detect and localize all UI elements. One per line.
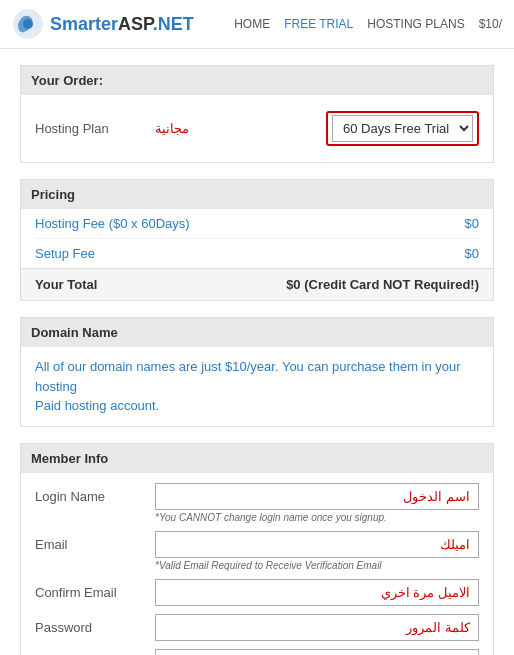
pricing-hosting-row: Hosting Fee ($0 x 60Days) $0 [35,209,479,239]
main-content: Your Order: Hosting Plan مجانية 60 Days … [0,49,514,655]
logo: SmarterASP.NET [12,8,194,40]
domain-body: All of our domain names are just $10/yea… [21,347,493,426]
login-name-input[interactable] [155,483,479,510]
confirm-password-row: Confirm Password [35,649,479,656]
confirm-email-field-area [155,579,479,606]
email-label: Email [35,531,155,552]
pricing-body: Hosting Fee ($0 x 60Days) $0 Setup Fee $… [21,209,493,268]
login-name-field-area: *You CANNOT change login name once you s… [155,483,479,523]
confirm-email-row: Confirm Email [35,579,479,606]
total-row: Your Total $0 (Credit Card NOT Required!… [21,268,493,300]
member-section-header: Member Info [21,444,493,473]
hosting-plan-select[interactable]: 60 Days Free Trial 30 Days Free Trial 90… [332,115,473,142]
email-row: Email *Valid Email Required to Receive V… [35,531,479,571]
hosting-plan-label: Hosting Plan [35,121,155,136]
hosting-fee-label: Hosting Fee ($0 x 60Days) [35,216,465,231]
login-name-label: Login Name [35,483,155,504]
password-input[interactable] [155,614,479,641]
member-section: Member Info Login Name *You CANNOT chang… [20,443,494,656]
logo-icon [12,8,44,40]
email-hint: *Valid Email Required to Receive Verific… [155,560,479,571]
hosting-arabic-text: مجانية [155,121,189,136]
password-row: Password [35,614,479,641]
nav-home[interactable]: HOME [234,17,270,31]
total-label: Your Total [35,277,286,292]
login-name-hint: *You CANNOT change login name once you s… [155,512,479,523]
domain-section-header: Domain Name [21,318,493,347]
header: SmarterASP.NET HOME FREE TRIAL HOSTING P… [0,0,514,49]
total-value: $0 (Credit Card NOT Required!) [286,277,479,292]
main-nav: HOME FREE TRIAL HOSTING PLANS $10/ [234,17,502,31]
logo-smarter-text: Smarter [50,14,118,34]
domain-link[interactable]: Paid hosting account. [35,398,159,413]
confirm-password-field-area [155,649,479,656]
hosting-select-wrapper: 60 Days Free Trial 30 Days Free Trial 90… [326,111,479,146]
setup-fee-label: Setup Fee [35,246,465,261]
order-section-header: Your Order: [21,66,493,95]
confirm-password-label: Confirm Password [35,649,155,656]
login-name-row: Login Name *You CANNOT change login name… [35,483,479,523]
pricing-section-header: Pricing [21,180,493,209]
logo-net-text: .NET [153,14,194,34]
hosting-fee-value: $0 [465,216,479,231]
email-input[interactable] [155,531,479,558]
email-field-area: *Valid Email Required to Receive Verific… [155,531,479,571]
password-label: Password [35,614,155,635]
setup-fee-value: $0 [465,246,479,261]
pricing-section: Pricing Hosting Fee ($0 x 60Days) $0 Set… [20,179,494,301]
logo-asp-text: ASP [118,14,153,34]
nav-hosting-plans[interactable]: HOSTING PLANS [367,17,464,31]
domain-text-colored: All of our domain names are just $10/yea… [35,359,461,394]
nav-pricing[interactable]: $10/ [479,17,502,31]
confirm-email-label: Confirm Email [35,579,155,600]
order-hosting-row: Hosting Plan مجانية 60 Days Free Trial 3… [35,105,479,152]
pricing-setup-row: Setup Fee $0 [35,239,479,268]
password-field-area [155,614,479,641]
order-body: Hosting Plan مجانية 60 Days Free Trial 3… [21,95,493,162]
svg-point-1 [23,19,33,29]
order-section: Your Order: Hosting Plan مجانية 60 Days … [20,65,494,163]
domain-section: Domain Name All of our domain names are … [20,317,494,427]
confirm-email-input[interactable] [155,579,479,606]
domain-text: All of our domain names are just $10/yea… [35,357,479,416]
nav-free-trial[interactable]: FREE TRIAL [284,17,353,31]
confirm-password-input[interactable] [155,649,479,656]
member-body: Login Name *You CANNOT change login name… [21,473,493,656]
